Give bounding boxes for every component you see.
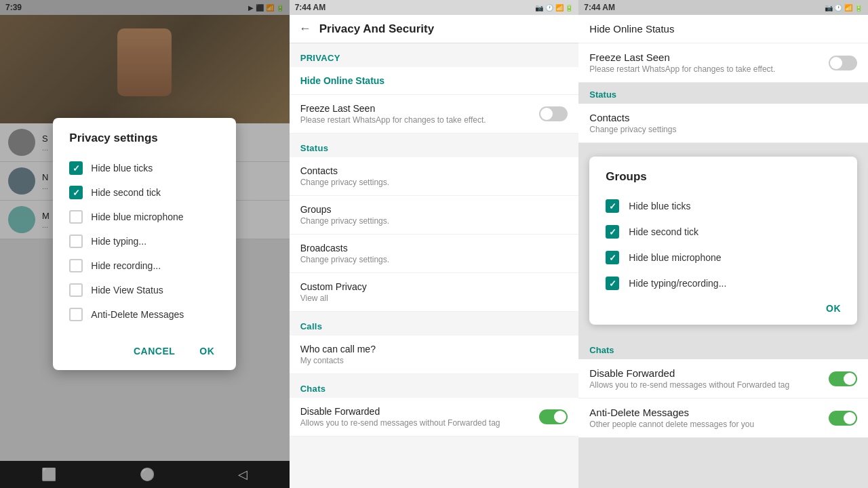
cancel-button[interactable]: CANCEL <box>128 343 180 359</box>
setting-title: Freeze Last Seen <box>300 103 486 114</box>
setting-disable-forwarded[interactable]: Disable Forwarded Allows you to re-send … <box>290 398 579 436</box>
setting-subtitle: Change privacy settings. <box>300 178 568 187</box>
checkbox-hide-blue-ticks[interactable] <box>69 161 83 175</box>
status-bar-2: 7:44 AM 📷 🕐 📶 🔋 <box>290 0 579 15</box>
groups-item-2: Hide second tick <box>606 219 841 245</box>
groups-item-1: Hide blue ticks <box>606 193 841 219</box>
p3-section-status: Status <box>578 83 868 104</box>
groups-item-3: Hide blue microphone <box>606 245 841 270</box>
p3-anti-delete-toggle[interactable] <box>829 411 857 426</box>
setting-hide-online-status[interactable]: Hide Online Status <box>290 67 579 95</box>
setting-broadcasts[interactable]: Broadcasts Change privacy settings. <box>290 235 579 273</box>
time-3: 7:44 AM <box>584 3 615 12</box>
setting-groups[interactable]: Groups Change privacy settings. <box>290 196 579 235</box>
setting-who-can-call[interactable]: Who can call me? My contacts <box>290 336 579 374</box>
forwarded-toggle[interactable] <box>539 409 568 424</box>
groups-checkbox-blue-ticks[interactable] <box>606 199 619 213</box>
status-bar-3: 7:44 AM 📷 🕐 📶 🔋 <box>578 0 868 15</box>
checkbox-hide-blue-mic[interactable] <box>69 210 83 224</box>
setting-subtitle: Allows you to re-send messages without F… <box>300 418 500 428</box>
panel-3-settings: Hide Online Status Freeze Last Seen Plea… <box>578 15 868 451</box>
groups-checkbox-typing-recording[interactable] <box>606 277 619 290</box>
p3-contacts[interactable]: Contacts Change privacy settings <box>578 104 868 143</box>
back-button[interactable]: ← <box>299 22 311 36</box>
dialog-item-5: Hide recording... <box>69 253 220 278</box>
p3-freeze-toggle[interactable] <box>829 56 857 70</box>
status-icons-3: 📷 🕐 📶 🔋 <box>825 4 863 12</box>
setting-info: Freeze Last Seen Please restart WhatsApp… <box>589 52 775 74</box>
groups-dialog-title: Groups <box>606 170 841 184</box>
settings-content: PRIVACY Hide Online Status Freeze Last S… <box>290 43 579 488</box>
setting-row: Freeze Last Seen Please restart WhatsApp… <box>589 52 857 74</box>
groups-label-second-tick: Hide second tick <box>629 226 698 237</box>
setting-info: Disable Forwarded Allows you to re-send … <box>300 406 500 428</box>
label-hide-blue-ticks: Hide blue ticks <box>91 163 153 174</box>
header-bar: ← Privacy And Security <box>290 15 579 43</box>
groups-ok-button[interactable]: OK <box>826 303 841 314</box>
setting-row: Disable Forwarded Allows you to re-send … <box>300 406 568 428</box>
section-header-privacy: PRIVACY <box>290 43 579 67</box>
label-anti-delete: Anti-Delete Messages <box>91 309 184 320</box>
setting-subtitle: Allows you to re-send messages without F… <box>589 380 789 390</box>
setting-subtitle: My contacts <box>300 356 568 365</box>
setting-row: Freeze Last Seen Please restart WhatsApp… <box>300 103 568 125</box>
checkbox-anti-delete[interactable] <box>69 308 83 321</box>
setting-title: Contacts <box>589 112 857 123</box>
setting-title: Broadcasts <box>300 243 568 253</box>
page-title: Privacy And Security <box>319 22 434 36</box>
setting-row: Anti-Delete Messages Other people cannot… <box>589 407 857 429</box>
setting-freeze-last-seen[interactable]: Freeze Last Seen Please restart WhatsApp… <box>290 95 579 134</box>
ok-button[interactable]: OK <box>194 343 220 359</box>
dialog-item-2: Hide second tick <box>69 180 220 205</box>
setting-info: Freeze Last Seen Please restart WhatsApp… <box>300 103 486 125</box>
dialog-item-3: Hide blue microphone <box>69 205 220 229</box>
setting-subtitle: Change privacy settings. <box>300 255 568 264</box>
setting-title: Freeze Last Seen <box>589 52 775 63</box>
groups-dialog: Groups Hide blue ticks Hide second tick … <box>589 157 857 325</box>
label-hide-view-status: Hide View Status <box>91 285 163 296</box>
label-hide-recording: Hide recording... <box>91 260 161 271</box>
p3-disable-forwarded[interactable]: Disable Forwarded Allows you to re-send … <box>578 359 868 399</box>
setting-subtitle: Please restart WhatsApp for changes to t… <box>589 64 775 74</box>
groups-label-blue-ticks: Hide blue ticks <box>629 201 690 211</box>
label-hide-second-tick: Hide second tick <box>91 187 161 198</box>
setting-contacts[interactable]: Contacts Change privacy settings. <box>290 157 579 196</box>
p3-anti-delete[interactable]: Anti-Delete Messages Other people cannot… <box>578 399 868 438</box>
setting-title: Groups <box>300 204 568 215</box>
setting-title: Hide Online Status <box>300 75 568 86</box>
dialog-item-4: Hide typing... <box>69 229 220 253</box>
groups-checkbox-blue-mic[interactable] <box>606 251 619 264</box>
setting-info: Disable Forwarded Allows you to re-send … <box>589 367 789 390</box>
setting-info: Anti-Delete Messages Other people cannot… <box>589 407 754 429</box>
setting-subtitle: Please restart WhatsApp for changes to t… <box>300 115 486 125</box>
checkbox-hide-view-status[interactable] <box>69 283 83 297</box>
panel-1: 7:39 ▶ ⬛ 📶 🔋 S ... N ... M ... Privacy s… <box>0 0 290 488</box>
groups-label-blue-mic: Hide blue microphone <box>629 252 721 263</box>
setting-title: Custom Privacy <box>300 281 568 292</box>
groups-ok-area: OK <box>606 303 841 314</box>
setting-subtitle: Change privacy settings. <box>300 216 568 226</box>
p3-freeze-last-seen[interactable]: Freeze Last Seen Please restart WhatsApp… <box>578 43 868 83</box>
label-hide-blue-mic: Hide blue microphone <box>91 211 183 222</box>
panel-3: 7:44 AM 📷 🕐 📶 🔋 Hide Online Status Freez… <box>578 0 868 488</box>
p3-hide-online[interactable]: Hide Online Status <box>578 15 868 43</box>
groups-label-typing-recording: Hide typing/recording... <box>629 278 726 289</box>
groups-checkbox-second-tick[interactable] <box>606 225 619 239</box>
section-header-chats: Chats <box>290 374 579 398</box>
setting-row: Disable Forwarded Allows you to re-send … <box>589 367 857 390</box>
setting-subtitle: Change privacy settings <box>589 125 857 134</box>
setting-custom-privacy[interactable]: Custom Privacy View all <box>290 273 579 312</box>
checkbox-hide-second-tick[interactable] <box>69 186 83 199</box>
groups-item-4: Hide typing/recording... <box>606 270 841 296</box>
freeze-toggle[interactable] <box>539 106 568 121</box>
setting-title: Hide Online Status <box>589 23 857 35</box>
time-2: 7:44 AM <box>295 3 326 12</box>
checkbox-hide-typing[interactable] <box>69 235 83 248</box>
dialog-title: Privacy settings <box>69 131 220 145</box>
setting-title: Contacts <box>300 165 568 176</box>
setting-title: Anti-Delete Messages <box>589 407 754 418</box>
setting-title: Disable Forwarded <box>300 406 500 417</box>
checkbox-hide-recording[interactable] <box>69 259 83 272</box>
dialog-overlay: Privacy settings Hide blue ticks Hide se… <box>0 0 290 488</box>
p3-forwarded-toggle[interactable] <box>829 371 857 386</box>
